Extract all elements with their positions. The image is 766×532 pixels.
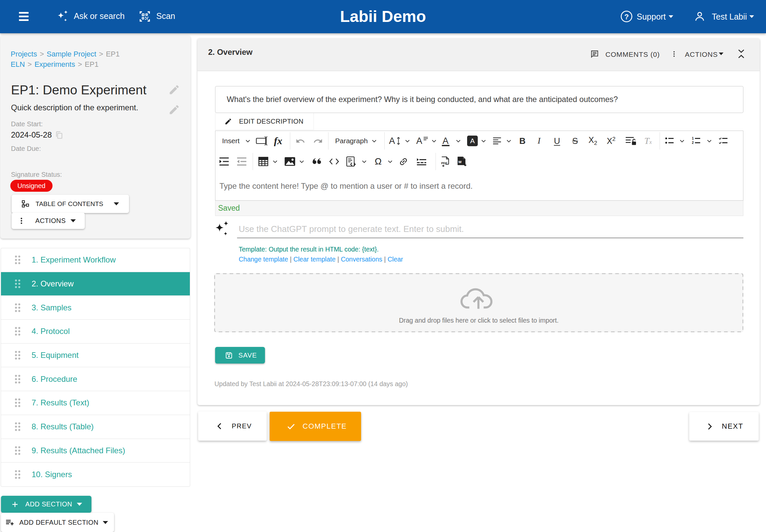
svg-text:2: 2: [692, 141, 694, 145]
svg-text:?: ?: [624, 13, 629, 21]
svg-text:w: w: [458, 160, 462, 164]
svg-text:1: 1: [692, 137, 694, 140]
svg-text:PDF: PDF: [441, 161, 448, 165]
